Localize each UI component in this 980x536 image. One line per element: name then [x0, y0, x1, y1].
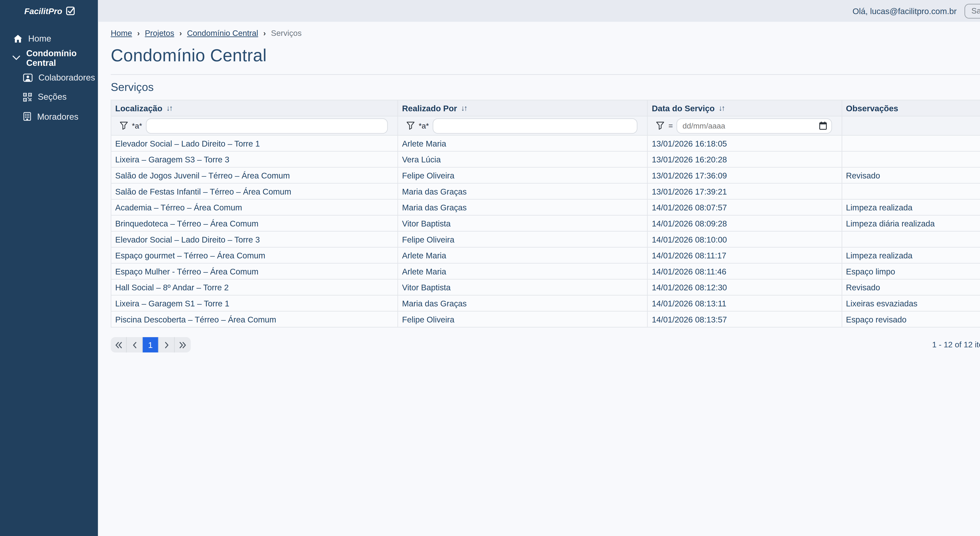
table-row: Lixeira – Garagem S3 – Torre 3Vera Lúcia…	[111, 151, 980, 167]
cell-data_servico: 14/01/2026 08:11:46	[648, 263, 842, 279]
sidebar-item-label: Condomínio Central	[26, 48, 98, 68]
cell-realizado_por: Vera Lúcia	[398, 151, 648, 167]
pager-row: 1 1 - 12 of 12 items	[111, 337, 980, 352]
chevron-down-icon	[12, 55, 21, 61]
filter-button-localizacao[interactable]	[120, 122, 128, 130]
logout-button[interactable]: Sair	[964, 3, 980, 18]
filter-button-realizado-por[interactable]	[407, 122, 415, 130]
sidebar-item-moradores[interactable]: Moradores	[0, 107, 98, 126]
cell-observacoes: Limpeza realizada	[842, 199, 980, 215]
divider	[111, 74, 980, 75]
sort-icon: ↓↑	[719, 104, 724, 113]
breadcrumb-separator-icon: ›	[179, 29, 182, 38]
table-row: Lixeira – Garagem S1 – Torre 1Maria das …	[111, 295, 980, 311]
cell-data_servico: 14/01/2026 08:13:57	[648, 311, 842, 327]
breadcrumb-condominio-central[interactable]: Condomínio Central	[187, 29, 258, 38]
cell-localizacao: Elevador Social – Lado Direito – Torre 1	[111, 135, 398, 151]
filter-operator-hint: =	[668, 121, 673, 130]
breadcrumb: Home › Projetos › Condomínio Central › S…	[111, 29, 980, 38]
cell-localizacao: Lixeira – Garagem S3 – Torre 3	[111, 151, 398, 167]
table-row: Elevador Social – Lado Direito – Torre 3…	[111, 231, 980, 247]
cell-realizado_por: Maria das Graças	[398, 183, 648, 200]
main-content: Home › Projetos › Condomínio Central › S…	[98, 22, 980, 536]
sidebar-item-label: Moradores	[37, 112, 78, 122]
filter-input-localizacao[interactable]	[146, 118, 388, 133]
column-header-localizacao[interactable]: Localização↓↑	[111, 100, 398, 116]
cell-data_servico: 13/01/2026 16:20:28	[648, 151, 842, 167]
checkbox-check-icon	[66, 6, 76, 16]
cell-realizado_por: Vitor Baptista	[398, 215, 648, 232]
cell-observacoes: Espaço limpo	[842, 263, 980, 279]
column-label: Realizado Por	[402, 103, 457, 113]
table-row: Hall Social – 8º Andar – Torre 2Vitor Ba…	[111, 279, 980, 295]
cell-localizacao: Elevador Social – Lado Direito – Torre 3	[111, 231, 398, 247]
cell-observacoes	[842, 231, 980, 247]
sidebar: FacilitPro Home Condomínio Central	[0, 0, 98, 536]
prev-page-button[interactable]	[127, 337, 143, 352]
sidebar-nav: Home Condomínio Central Colaboradores	[0, 29, 98, 126]
table-body: Elevador Social – Lado Direito – Torre 1…	[111, 135, 980, 327]
cell-observacoes: Limpeza realizada	[842, 247, 980, 263]
column-header-data-servico[interactable]: Data do Serviço↓↑	[648, 100, 842, 116]
sidebar-item-label: Colaboradores	[38, 73, 95, 82]
cell-localizacao: Espaço gourmet – Térreo – Área Comum	[111, 247, 398, 263]
sidebar-item-home[interactable]: Home	[0, 29, 98, 48]
filter-date-input[interactable]	[677, 118, 832, 133]
cell-localizacao: Academia – Térreo – Área Comum	[111, 199, 398, 215]
cell-data_servico: 14/01/2026 08:09:28	[648, 215, 842, 232]
column-header-observacoes: Observações	[842, 100, 980, 116]
table-row: Piscina Descoberta – Térreo – Área Comum…	[111, 311, 980, 327]
cell-observacoes	[842, 183, 980, 200]
table-header-row: Localização↓↑ Realizado Por↓↑ Data do Se…	[111, 100, 980, 116]
sidebar-item-colaboradores[interactable]: Colaboradores	[0, 68, 98, 87]
first-page-button[interactable]	[111, 337, 127, 352]
cell-data_servico: 14/01/2026 08:07:57	[648, 199, 842, 215]
pagination: 1	[111, 337, 191, 352]
app-root: FacilitPro Home Condomínio Central	[0, 0, 980, 536]
table-row: Brinquedoteca – Térreo – Área ComumVitor…	[111, 215, 980, 232]
topbar: Olá, lucas@facilitpro.com.br Sair	[98, 0, 980, 22]
section-title: Serviços	[111, 81, 980, 94]
cell-data_servico: 13/01/2026 17:36:09	[648, 167, 842, 183]
cell-localizacao: Salão de Jogos Juvenil – Térreo – Área C…	[111, 167, 398, 183]
filter-button-data-servico[interactable]	[656, 122, 665, 130]
items-count: 1 - 12 of 12 items	[932, 340, 980, 349]
sidebar-item-secoes[interactable]: Seções	[0, 87, 98, 107]
cell-realizado_por: Felipe Oliveira	[398, 311, 648, 327]
table-row: Elevador Social – Lado Direito – Torre 1…	[111, 135, 980, 151]
column-header-realizado-por[interactable]: Realizado Por↓↑	[398, 100, 648, 116]
cell-observacoes: Lixeiras esvaziadas	[842, 295, 980, 311]
breadcrumb-projetos[interactable]: Projetos	[145, 29, 174, 38]
filter-input-realizado-por[interactable]	[433, 118, 638, 133]
cell-localizacao: Piscina Descoberta – Térreo – Área Comum	[111, 311, 398, 327]
cell-data_servico: 14/01/2026 08:13:11	[648, 295, 842, 311]
building-icon	[23, 112, 31, 121]
page-1-button[interactable]: 1	[143, 337, 159, 352]
last-page-button[interactable]	[175, 337, 191, 352]
cell-observacoes	[842, 151, 980, 167]
cell-data_servico: 14/01/2026 08:11:17	[648, 247, 842, 263]
cell-realizado_por: Vitor Baptista	[398, 279, 648, 295]
filter-operator-hint: *a*	[132, 121, 142, 130]
page-title: Condomínio Central	[111, 46, 980, 66]
cell-localizacao: Salão de Festas Infantil – Térreo – Área…	[111, 183, 398, 200]
column-label: Localização	[115, 103, 162, 113]
table-row: Espaço gourmet – Térreo – Área ComumArle…	[111, 247, 980, 263]
cell-data_servico: 14/01/2026 08:10:00	[648, 231, 842, 247]
breadcrumb-home[interactable]: Home	[111, 29, 132, 38]
filter-cell-empty	[842, 116, 980, 135]
table-row: Academia – Térreo – Área ComumMaria das …	[111, 199, 980, 215]
cell-data_servico: 13/01/2026 17:39:21	[648, 183, 842, 200]
cell-localizacao: Brinquedoteca – Térreo – Área Comum	[111, 215, 398, 232]
sidebar-item-label: Seções	[38, 92, 67, 102]
table-row: Salão de Jogos Juvenil – Térreo – Área C…	[111, 167, 980, 183]
sidebar-item-condominio-central[interactable]: Condomínio Central	[0, 48, 98, 68]
cell-realizado_por: Arlete Maria	[398, 247, 648, 263]
table-row: Salão de Festas Infantil – Térreo – Área…	[111, 183, 980, 200]
cell-realizado_por: Maria das Graças	[398, 295, 648, 311]
next-page-button[interactable]	[159, 337, 175, 352]
user-greeting: Olá, lucas@facilitpro.com.br	[853, 6, 956, 16]
cell-localizacao: Espaço Mulher - Térreo – Área Comum	[111, 263, 398, 279]
sort-icon: ↓↑	[461, 104, 466, 113]
breadcrumb-servicos-current: Serviços	[271, 29, 302, 38]
